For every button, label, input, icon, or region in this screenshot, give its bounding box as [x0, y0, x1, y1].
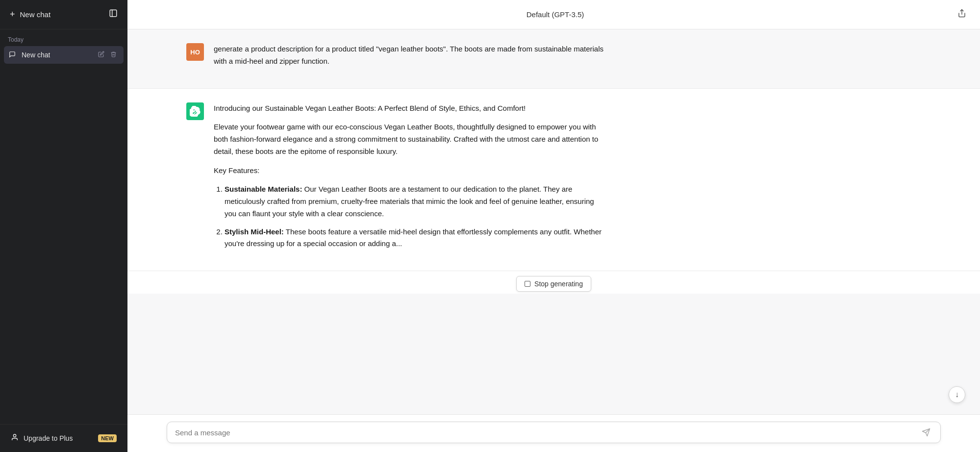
sidebar-item-new-chat[interactable]: New chat: [4, 46, 124, 64]
chat-bubble-icon: [9, 51, 17, 59]
main-header: Default (GPT-3.5): [127, 0, 980, 29]
sidebar-header: + New chat: [0, 0, 127, 29]
key-features-label: Key Features:: [214, 165, 606, 177]
assistant-message-row: Introducing our Sustainable Vegan Leathe…: [127, 89, 980, 272]
new-chat-label: New chat: [20, 10, 51, 19]
svg-point-2: [13, 434, 16, 437]
user-avatar: HO: [186, 43, 204, 61]
svg-rect-0: [110, 10, 117, 17]
assistant-avatar: [186, 102, 204, 120]
scroll-down-icon: ↓: [955, 390, 959, 399]
assistant-paragraph1: Elevate your footwear game with our eco-…: [214, 121, 606, 157]
feature-1-title: Sustainable Materials:: [225, 185, 302, 193]
input-area: [127, 414, 980, 452]
sidebar-history: Today New chat: [0, 29, 127, 424]
today-label: Today: [4, 34, 124, 46]
assistant-message-content: Introducing our Sustainable Vegan Leathe…: [214, 102, 606, 257]
new-chat-button[interactable]: + New chat: [6, 6, 105, 23]
upgrade-to-plus-button[interactable]: Upgrade to Plus NEW: [6, 429, 122, 447]
delete-chat-button[interactable]: [108, 50, 119, 60]
feature-item-1: Sustainable Materials: Our Vegan Leather…: [225, 183, 606, 220]
chat-item-label: New chat: [22, 51, 50, 59]
chat-item-actions: [96, 50, 119, 60]
send-button[interactable]: [920, 428, 932, 437]
feature-item-2: Stylish Mid-Heel: These boots feature a …: [225, 226, 606, 251]
sidebar-footer: Upgrade to Plus NEW: [0, 424, 127, 452]
chat-area: HO generate a product description for a …: [127, 29, 980, 414]
toggle-sidebar-button[interactable]: [105, 6, 122, 23]
input-wrapper: [167, 422, 941, 443]
share-button[interactable]: [954, 7, 970, 22]
features-list: Sustainable Materials: Our Vegan Leather…: [214, 183, 606, 250]
message-input[interactable]: [175, 428, 920, 437]
stop-generating-button[interactable]: Stop generating: [516, 276, 591, 292]
user-message-row: HO generate a product description for a …: [127, 29, 980, 89]
upgrade-label: Upgrade to Plus: [24, 434, 73, 442]
main-panel: Default (GPT-3.5) HO generate a product …: [127, 0, 980, 452]
scroll-down-button[interactable]: ↓: [949, 386, 965, 403]
user-message-content: generate a product description for a pro…: [214, 43, 606, 75]
new-badge: NEW: [98, 434, 117, 442]
user-icon: [11, 433, 19, 443]
user-message-text: generate a product description for a pro…: [214, 43, 606, 68]
user-avatar-text: HO: [190, 49, 200, 56]
assistant-heading: Introducing our Sustainable Vegan Leathe…: [214, 102, 606, 115]
sidebar-toggle-icon: [109, 9, 118, 20]
plus-icon: +: [10, 9, 15, 20]
model-label: Default (GPT-3.5): [527, 10, 584, 19]
feature-2-title: Stylish Mid-Heel:: [225, 227, 284, 236]
stop-generating-bar: Stop generating: [127, 271, 980, 294]
chat-item-left: New chat: [9, 51, 96, 59]
sidebar: + New chat Today New chat: [0, 0, 127, 452]
edit-chat-button[interactable]: [96, 50, 106, 60]
stop-icon: [525, 281, 530, 287]
stop-generating-label: Stop generating: [534, 280, 583, 288]
